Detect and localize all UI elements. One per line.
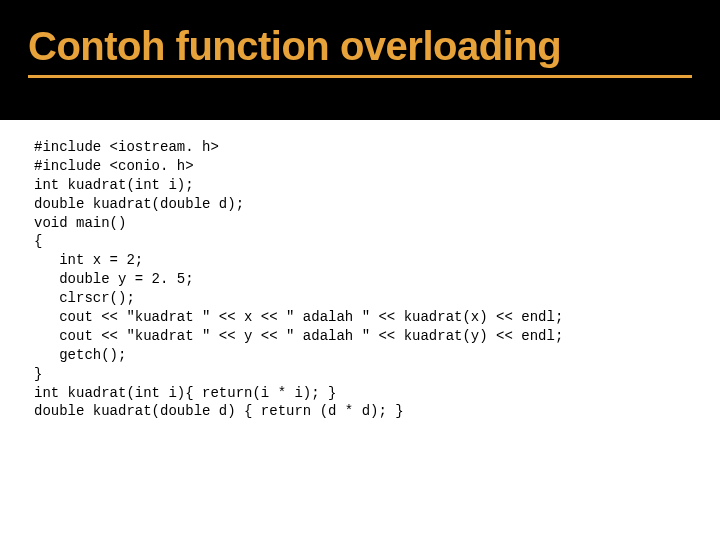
code-line: cout << "kuadrat " << y << " adalah " <<… (34, 328, 563, 344)
code-line: clrscr(); (34, 290, 135, 306)
code-line: cout << "kuadrat " << x << " adalah " <<… (34, 309, 563, 325)
code-line: } (34, 366, 42, 382)
code-line: int kuadrat(int i); (34, 177, 194, 193)
code-line: double kuadrat(double d); (34, 196, 244, 212)
slide-title: Contoh function overloading (28, 24, 692, 69)
code-block: #include <iostream. h> #include <conio. … (34, 138, 686, 421)
code-line: getch(); (34, 347, 126, 363)
code-line: int x = 2; (34, 252, 143, 268)
code-line: int kuadrat(int i){ return(i * i); } (34, 385, 336, 401)
code-line: { (34, 233, 42, 249)
title-underline (28, 75, 692, 78)
slide-header: Contoh function overloading (0, 0, 720, 120)
code-line: #include <conio. h> (34, 158, 194, 174)
code-line: double y = 2. 5; (34, 271, 194, 287)
code-line: double kuadrat(double d) { return (d * d… (34, 403, 404, 419)
slide-content: #include <iostream. h> #include <conio. … (0, 120, 720, 439)
code-line: void main() (34, 215, 126, 231)
code-line: #include <iostream. h> (34, 139, 219, 155)
